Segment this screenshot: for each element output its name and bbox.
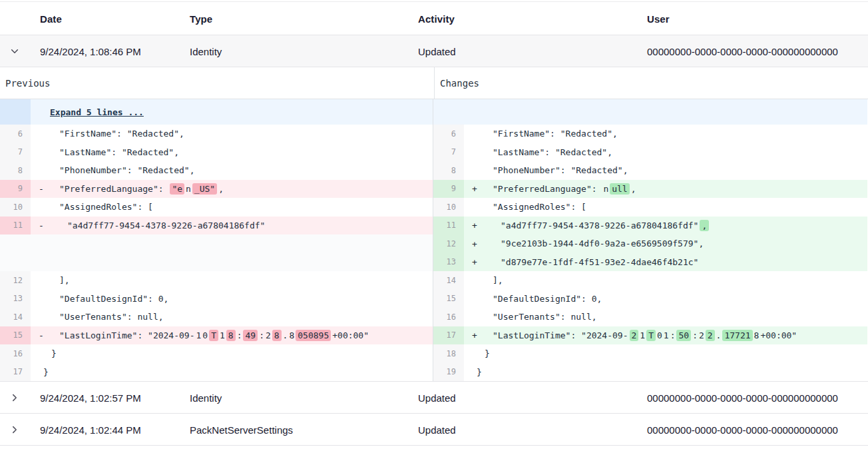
diff-text: 0 xyxy=(657,330,662,340)
diff-text: 1 xyxy=(196,330,202,340)
diff-line-context: 19} xyxy=(433,363,867,382)
diff-text: : xyxy=(237,330,242,340)
removed-marker: - xyxy=(39,330,44,340)
line-number: 10 xyxy=(433,198,464,217)
diff-word-highlight: 050895 xyxy=(296,330,331,341)
column-header-date: Date xyxy=(40,13,62,24)
line-number: 11 xyxy=(0,217,31,235)
diff-text: "AssignedRoles": [ xyxy=(59,202,153,212)
diff-text: "UserTenants": null, xyxy=(493,312,597,322)
diff-text: "LastName": "Redacted", xyxy=(493,147,612,157)
line-number: 10 xyxy=(0,198,31,217)
diff-line-content: "PhoneNumber": "Redacted", xyxy=(464,161,867,180)
diff-line-content: "AssignedRoles": [ xyxy=(31,198,433,217)
line-number: 12 xyxy=(433,234,464,253)
diff-line-content: } xyxy=(31,363,433,382)
diff-text: n xyxy=(186,184,191,194)
diff-line-spacer xyxy=(0,253,433,272)
line-number: 13 xyxy=(0,290,31,308)
audit-table-header: Date Type Activity User xyxy=(0,1,868,35)
diff-line-content: +"d879e77e-1fdf-4f51-93e2-4dae46f4b21c" xyxy=(464,253,867,272)
diff-line-content: } xyxy=(464,344,867,363)
diff-pane-titles: Previous Changes xyxy=(0,67,868,99)
diff-text: 8 xyxy=(289,330,294,340)
diff-text: "LastName": "Redacted", xyxy=(59,147,179,157)
diff-line-added: 13+"d879e77e-1fdf-4f51-93e2-4dae46f4b21c… xyxy=(433,253,867,272)
line-number: 17 xyxy=(433,326,464,345)
diff-line-context: 10"AssignedRoles": [ xyxy=(433,198,867,217)
column-header-type: Type xyxy=(190,13,212,24)
added-marker: + xyxy=(472,330,477,340)
diff-text: 1 xyxy=(664,330,669,340)
diff-line-context: 12], xyxy=(0,271,433,290)
diff-line-content: "LastName": "Redacted", xyxy=(464,143,867,162)
diff-line-context: 13"DefaultDesignId": 0, xyxy=(0,290,433,308)
diff-line-content: +"PreferredLanguage": null, xyxy=(464,180,867,199)
diff-text: } xyxy=(51,348,57,358)
audit-row-date: 9/24/2024, 1:08:46 PM xyxy=(40,45,141,57)
audit-row-type: PackNetServerSettings xyxy=(190,424,293,435)
diff-text: "d879e77e-1fdf-4f51-93e2-4dae46f4b21c" xyxy=(501,257,698,267)
diff-line-context: 8"PhoneNumber": "Redacted", xyxy=(433,161,867,180)
diff-text: 1 xyxy=(640,330,645,340)
diff-pane-previous: Expand 5 lines ...6"FirstName": "Redacte… xyxy=(0,99,433,381)
diff-line-content: ], xyxy=(31,271,433,290)
diff-text: "UserTenants": null, xyxy=(59,312,164,322)
diff-text: "a4d7ff77-9454-4378-9226-a67804186fdf" xyxy=(67,221,265,230)
diff-text: "DefaultDesignId": 0, xyxy=(59,294,168,304)
line-number: 16 xyxy=(433,308,464,326)
diff-text: . xyxy=(283,330,288,340)
diff-line-content xyxy=(464,99,867,125)
removed-marker: - xyxy=(39,184,44,194)
diff-line-content: "AssignedRoles": [ xyxy=(464,198,867,217)
diff-line-content: } xyxy=(464,363,867,382)
audit-row-collapsed[interactable]: 9/24/2024, 1:02:57 PM Identity Updated 0… xyxy=(0,382,868,414)
expand-lines-link[interactable]: Expand 5 lines ... xyxy=(50,107,144,117)
diff-word-highlight: T xyxy=(646,330,656,341)
diff-text: } xyxy=(477,367,482,377)
diff-word-highlight: "e xyxy=(170,183,184,195)
removed-marker: - xyxy=(39,221,44,230)
line-number: 8 xyxy=(433,161,464,180)
diff-word-highlight: 8 xyxy=(272,330,282,341)
line-number: 7 xyxy=(433,143,464,162)
line-number xyxy=(0,253,31,272)
audit-row-type: Identity xyxy=(190,392,222,403)
diff-line-content xyxy=(31,234,433,253)
line-number: 18 xyxy=(433,344,464,363)
diff-text: "a4d7ff77-9454-4378-9226-a67804186fdf" xyxy=(501,221,698,230)
audit-row-expanded[interactable]: 9/24/2024, 1:08:46 PM Identity Updated 0… xyxy=(0,35,868,67)
diff-text: } xyxy=(43,367,49,377)
diff-word-highlight: _US" xyxy=(192,183,217,195)
diff-text: : xyxy=(692,330,698,340)
line-number: 9 xyxy=(433,180,464,199)
diff-line-content: "LastName": "Redacted", xyxy=(31,143,433,162)
audit-row-activity: Updated xyxy=(418,424,456,435)
added-marker: + xyxy=(472,221,477,230)
audit-row-collapsed[interactable]: 9/24/2024, 1:02:44 PM PackNetServerSetti… xyxy=(0,414,868,446)
added-marker: + xyxy=(472,184,477,194)
chevron-down-icon[interactable] xyxy=(9,46,20,57)
diff-line-added: 11+"a4d7ff77-9454-4378-9226-a67804186fdf… xyxy=(433,217,867,235)
line-number: 15 xyxy=(433,290,464,308)
audit-row-user: 00000000-0000-0000-0000-000000000000 xyxy=(647,424,838,435)
line-number: 8 xyxy=(0,161,31,180)
diff-line-content: } xyxy=(31,344,433,363)
diff-text: "PreferredLanguage": xyxy=(493,184,602,194)
chevron-right-icon[interactable] xyxy=(9,424,20,435)
diff-text: . xyxy=(716,330,722,340)
diff-line-content: +"a4d7ff77-9454-4378-9226-a67804186fdf", xyxy=(464,217,867,235)
diff-text: : xyxy=(259,330,264,340)
diff-text: "PhoneNumber": "Redacted", xyxy=(493,165,628,175)
audit-row-date: 9/24/2024, 1:02:44 PM xyxy=(40,424,141,435)
diff-line-content: "DefaultDesignId": 0, xyxy=(464,290,867,308)
diff-line-removed: 9-"PreferredLanguage": "en_US", xyxy=(0,180,433,199)
diff-line-content: "DefaultDesignId": 0, xyxy=(31,290,433,308)
diff-word-highlight: 2 xyxy=(630,330,639,341)
diff-text: "9ce2103b-1944-4df0-9a2a-e6569509f579", xyxy=(501,238,704,248)
line-number: 11 xyxy=(433,217,464,235)
diff-word-highlight: T xyxy=(209,330,218,341)
chevron-right-icon[interactable] xyxy=(9,392,20,403)
diff-text: } xyxy=(485,348,490,358)
diff-line-content: "UserTenants": null, xyxy=(464,308,867,326)
